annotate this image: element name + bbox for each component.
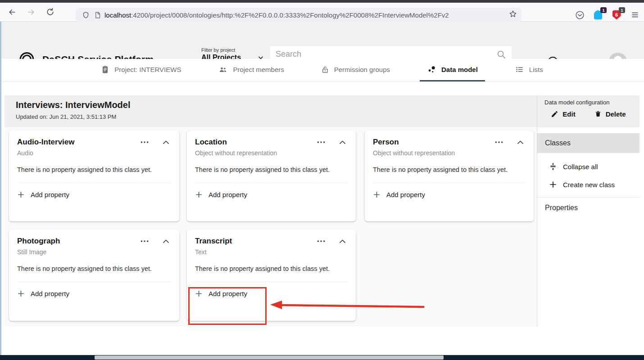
tab-label: Lists bbox=[529, 66, 543, 73]
class-card-person: Person Object without representation The… bbox=[365, 130, 534, 221]
tab-data-model[interactable]: Data model bbox=[420, 59, 485, 81]
collapse-chevron-icon[interactable] bbox=[163, 239, 169, 243]
ontology-sidebar: Classes Collapse all Create new class Pr… bbox=[537, 127, 639, 327]
data-model-configuration-label: Data model configuration bbox=[544, 99, 610, 106]
properties-section-header: Properties bbox=[537, 198, 639, 218]
url-fade-overlay bbox=[481, 11, 506, 19]
tab-label: Project members bbox=[233, 66, 284, 73]
add-property-button[interactable]: Add property bbox=[373, 191, 526, 198]
class-title: Transcript bbox=[195, 237, 317, 246]
more-menu-icon[interactable] bbox=[494, 141, 503, 144]
add-property-label: Add property bbox=[209, 191, 247, 198]
add-property-label: Add property bbox=[31, 290, 69, 297]
add-property-label: Add property bbox=[209, 290, 247, 297]
collapse-chevron-icon[interactable] bbox=[517, 140, 524, 144]
class-title: Photograph bbox=[17, 237, 140, 246]
class-title: Person bbox=[373, 138, 494, 147]
bookmark-star-button[interactable] bbox=[509, 10, 517, 20]
url-text[interactable]: localhost:4200/project/0008/ontologies/h… bbox=[104, 11, 506, 19]
tab-project-interviews[interactable]: Project: INTERVIEWS bbox=[94, 59, 188, 81]
collapse-all-button[interactable]: Collapse all bbox=[537, 158, 639, 176]
no-property-text: There is no property assigned to this cl… bbox=[195, 166, 348, 173]
class-card-transcript: Transcript Text There is no property ass… bbox=[187, 230, 356, 321]
class-subtitle: Object without representation bbox=[373, 149, 526, 157]
class-subtitle: Still Image bbox=[17, 248, 171, 256]
create-new-class-button[interactable]: Create new class bbox=[537, 176, 639, 194]
more-menu-icon[interactable] bbox=[140, 240, 149, 243]
url-host: localhost bbox=[104, 11, 131, 19]
class-title: Audio-Interview bbox=[17, 138, 140, 147]
add-property-button[interactable]: Add property bbox=[17, 191, 171, 198]
clipboard-icon bbox=[101, 65, 109, 74]
edit-data-model-button[interactable]: Edit bbox=[551, 110, 575, 118]
open-padlock-icon bbox=[321, 65, 329, 74]
star-icon bbox=[509, 10, 517, 18]
no-property-text: There is no property assigned to this cl… bbox=[17, 265, 171, 272]
shield-permissions-icon[interactable] bbox=[82, 11, 90, 19]
card-divider bbox=[195, 183, 348, 183]
add-property-label: Add property bbox=[386, 191, 425, 198]
url-bar[interactable]: localhost:4200/project/0008/ontologies/h… bbox=[76, 8, 522, 22]
create-new-class-label: Create new class bbox=[563, 181, 615, 189]
add-property-button-transcript[interactable]: Add property bbox=[195, 290, 348, 297]
collapse-chevron-icon[interactable] bbox=[163, 140, 169, 144]
collapse-all-label: Collapse all bbox=[563, 163, 598, 171]
reload-button[interactable] bbox=[43, 5, 57, 19]
classes-canvas: Audio-Interview Audio There is no proper… bbox=[5, 127, 537, 327]
page-info-icon[interactable] bbox=[94, 11, 101, 19]
tab-lists[interactable]: Lists bbox=[508, 59, 550, 81]
hamburger-menu-icon bbox=[631, 11, 639, 19]
class-card-audio-interview: Audio-Interview Audio There is no proper… bbox=[9, 130, 179, 221]
add-property-label: Add property bbox=[31, 191, 69, 198]
people-icon bbox=[218, 65, 228, 74]
tab-project-members[interactable]: Project members bbox=[211, 59, 291, 81]
add-property-button[interactable]: Add property bbox=[195, 191, 348, 198]
collapse-all-icon bbox=[549, 162, 557, 171]
project-tab-bar: Project: INTERVIEWS Project members Perm… bbox=[0, 59, 644, 82]
ghostery-extension-button[interactable]: 1 bbox=[593, 9, 603, 20]
tab-label: Project: INTERVIEWS bbox=[114, 66, 181, 73]
forward-button[interactable] bbox=[24, 5, 38, 19]
class-card-photograph: Photograph Still Image There is no prope… bbox=[9, 230, 179, 321]
horizontal-scrollbar-thumb[interactable] bbox=[95, 356, 444, 360]
back-button[interactable] bbox=[5, 5, 19, 19]
search-input[interactable] bbox=[276, 50, 496, 59]
delete-data-model-button[interactable]: Delete bbox=[594, 110, 626, 118]
class-title: Location bbox=[195, 138, 317, 147]
plus-icon bbox=[373, 191, 381, 198]
more-menu-icon[interactable] bbox=[140, 141, 149, 144]
tab-permission-groups[interactable]: Permission groups bbox=[314, 59, 397, 81]
class-subtitle: Object without representation bbox=[195, 149, 348, 157]
reload-icon bbox=[46, 8, 54, 16]
plus-icon bbox=[195, 191, 203, 198]
card-divider bbox=[17, 183, 171, 183]
edit-label: Edit bbox=[562, 110, 575, 118]
more-menu-icon[interactable] bbox=[317, 141, 326, 144]
url-path: :4200/project/0008/ontologies/http:%2F%2… bbox=[131, 11, 449, 19]
bubble-chart-icon bbox=[427, 65, 436, 74]
no-property-text: There is no property assigned to this cl… bbox=[17, 166, 171, 173]
classes-section-header: Classes bbox=[537, 133, 639, 153]
shield-chevron-icon bbox=[575, 10, 585, 20]
pocket-shield-button[interactable] bbox=[574, 9, 585, 20]
collapse-chevron-icon[interactable] bbox=[339, 239, 346, 243]
card-divider bbox=[17, 282, 171, 282]
more-menu-icon[interactable] bbox=[317, 240, 326, 243]
adblock-badge: 1 bbox=[619, 7, 625, 13]
app-header: DaSCH Service Platform v4.10.1 Filter by… bbox=[0, 22, 644, 59]
browser-extensions-area: 1 6 1 bbox=[574, 7, 640, 23]
forward-arrow-icon bbox=[27, 8, 36, 17]
pencil-icon bbox=[551, 110, 558, 118]
delete-label: Delete bbox=[606, 110, 626, 118]
tab-label: Data model bbox=[441, 66, 478, 73]
add-property-button[interactable]: Add property bbox=[17, 290, 171, 297]
adblock-extension-button[interactable]: 6 1 bbox=[611, 9, 622, 20]
back-arrow-icon bbox=[8, 8, 17, 17]
search-icon[interactable] bbox=[496, 50, 506, 59]
plus-icon bbox=[195, 290, 203, 297]
class-subtitle: Audio bbox=[17, 149, 171, 157]
browser-menu-button[interactable] bbox=[630, 9, 640, 20]
ontology-title-band: Interviews: InterviewModel Updated on: J… bbox=[5, 95, 537, 127]
last-updated-text: Updated on: Jun 21, 2021, 3:51:13 PM bbox=[16, 113, 116, 120]
collapse-chevron-icon[interactable] bbox=[339, 140, 346, 144]
